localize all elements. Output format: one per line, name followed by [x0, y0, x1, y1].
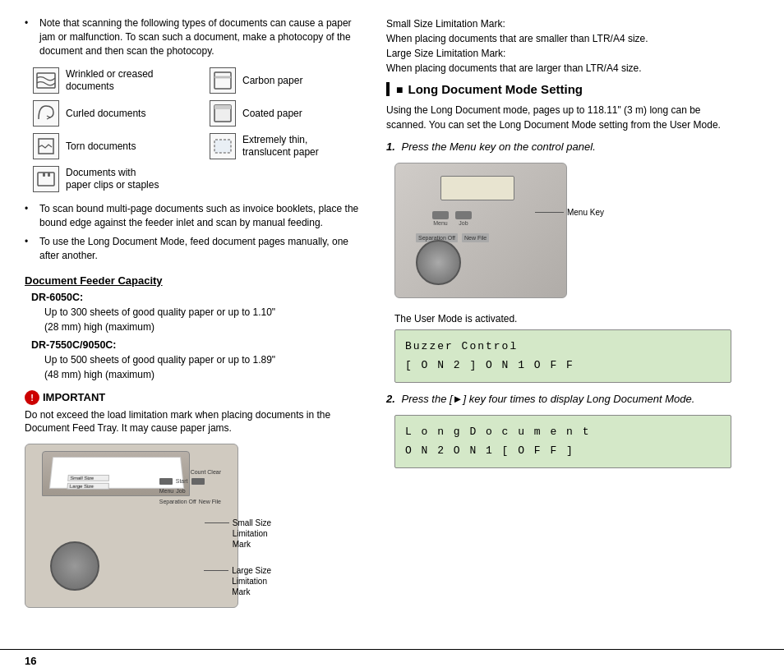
carbon-icon — [210, 67, 236, 94]
menu-btn-label: Menu — [432, 220, 449, 226]
doc-icon-curled: Curled documents — [33, 100, 193, 127]
large-size-mark-label: Large Size Limitation Mark — [204, 565, 271, 597]
job-btn — [455, 211, 472, 219]
carbon-label: Carbon paper — [242, 75, 302, 88]
start-button — [50, 541, 99, 591]
large-limitation-header: Large Size Limitation Mark: — [386, 46, 740, 61]
panel-round-btn — [416, 240, 461, 285]
doc-icon-staples: Documents withpaper clips or staples — [33, 166, 193, 192]
scanner-image-container: Small Size Large Size Count Clear Start — [25, 444, 271, 633]
btn2 — [191, 478, 205, 485]
limitation-text-block: Small Size Limitation Mark: When placing… — [386, 16, 740, 76]
separation-off-label: Separation Off — [159, 499, 196, 504]
step-2: 2. Press the [►] key four times to displ… — [386, 393, 740, 405]
user-mode-text: The User Mode is activated. — [394, 313, 731, 324]
svg-rect-7 — [43, 173, 45, 177]
menu-label: Menu — [159, 488, 174, 494]
bullet-intro-section: • Note that scanning the following types… — [25, 16, 370, 58]
lcd2-line2: O N 2 O N 1 [ O F F ] — [405, 441, 721, 460]
doc-icons-grid: Wrinkled or creaseddocuments Carbon pape… — [33, 67, 370, 192]
panel-btns-row2: Separation Off New File — [416, 233, 489, 242]
small-limitation-desc: When placing documents that are smaller … — [386, 31, 740, 46]
lcd-display-1: Buzzer Control [ O N 2 ] O N 1 O F F — [394, 329, 731, 383]
staples-icon — [33, 166, 59, 192]
new-file-label: New File — [199, 499, 221, 504]
doc-icon-wrinkled: Wrinkled or creaseddocuments — [33, 67, 193, 94]
staples-label: Documents withpaper clips or staples — [66, 167, 159, 192]
svg-rect-1 — [214, 72, 231, 89]
btn-row3: Separation Off New File — [159, 499, 221, 504]
bullet-dot: • — [25, 16, 36, 58]
bullets-bottom: • To scan bound multi-page documents suc… — [25, 202, 370, 262]
bullet-dot-2: • — [25, 202, 36, 230]
torn-icon — [33, 133, 59, 159]
doc-icon-thin: Extremely thin,translucent paper — [210, 133, 370, 159]
page-footer: 16 — [0, 649, 784, 672]
thin-icon — [210, 133, 236, 159]
btn-row2: Menu Job — [159, 488, 221, 494]
large-label-row: Large Size Limitation Mark — [204, 565, 271, 597]
small-size-mark-label: Small Size Limitation Mark — [205, 518, 271, 550]
curled-icon — [33, 100, 59, 127]
doc-feeder-section-header: Document Feeder Capacity — [25, 274, 370, 287]
btn1 — [159, 478, 173, 485]
menu-key-annotation: Menu Key — [535, 208, 604, 217]
step-1: 1. Press the Menu key on the control pan… — [386, 140, 740, 153]
lcd2-line1: L o n g D o c u m e n t — [405, 422, 721, 441]
panel-screen — [440, 176, 514, 200]
menu-btn — [432, 211, 449, 219]
thin-label: Extremely thin,translucent paper — [242, 134, 319, 159]
page: • Note that scanning the following types… — [0, 0, 784, 672]
job-btn-label: Job — [455, 220, 472, 226]
panel-btn-job: Job — [455, 211, 472, 226]
bullet-intro-text: Note that scanning the following types o… — [39, 16, 370, 58]
left-column: • Note that scanning the following types… — [25, 16, 370, 641]
svg-rect-2 — [214, 76, 231, 78]
wrinkled-label: Wrinkled or creaseddocuments — [66, 68, 154, 94]
bullet-dot-3: • — [25, 235, 36, 263]
important-label: ! IMPORTANT — [25, 390, 370, 405]
dr7550-text: Up to 500 sheets of good quality paper o… — [44, 352, 370, 382]
svg-rect-0 — [37, 73, 55, 88]
important-box: ! IMPORTANT Do not exceed the load limit… — [25, 390, 370, 436]
doc-icon-torn: Torn documents — [33, 133, 193, 159]
wrinkled-icon — [33, 67, 59, 94]
small-arrow-line — [205, 522, 229, 523]
dr6050-header: DR-6050C: — [31, 292, 370, 303]
control-panel-body: Menu Job Separation Off New File — [394, 163, 567, 298]
bullet3-text: To use the Long Document Mode, feed docu… — [39, 235, 370, 263]
curled-label: Curled documents — [66, 108, 145, 121]
long-doc-description: Using the Long Document mode, pages up t… — [386, 103, 740, 132]
job-label: Job — [176, 488, 185, 494]
panel-btns-area: Menu Job — [432, 211, 472, 226]
panel-btn-menu: Menu — [432, 211, 449, 226]
count-clear-label: Count Clear — [159, 469, 221, 475]
svg-rect-6 — [38, 173, 54, 186]
step1-number: 1. Press the Menu key on the control pan… — [386, 140, 740, 153]
menu-key-label: Menu Key — [567, 208, 604, 217]
svg-rect-5 — [214, 140, 231, 153]
lcd-display-2: L o n g D o c u m e n t O N 2 O N 1 [ O … — [394, 415, 731, 468]
content-area: • Note that scanning the following types… — [0, 0, 784, 649]
coated-label: Coated paper — [242, 108, 302, 121]
btn-row1: Start — [159, 478, 221, 485]
bullet-intro-item: • Note that scanning the following types… — [25, 16, 370, 58]
bullet2-text: To scan bound multi-page documents such … — [39, 202, 370, 230]
coated-icon — [210, 100, 236, 127]
important-text: Do not exceed the load limitation mark w… — [25, 408, 370, 436]
dr6050-text: Up to 300 sheets of good quality paper o… — [44, 305, 370, 334]
svg-rect-4 — [214, 105, 231, 109]
torn-label: Torn documents — [66, 140, 136, 154]
lcd1-line1: Buzzer Control — [405, 337, 721, 356]
large-limitation-desc: When placing documents that are larger t… — [386, 61, 740, 76]
small-mark: Small Size — [67, 475, 109, 481]
important-icon: ! — [25, 390, 39, 405]
btn1-label: Start — [176, 478, 188, 485]
svg-rect-8 — [48, 173, 50, 177]
black-square-icon: ■ — [396, 83, 403, 96]
small-limitation-header: Small Size Limitation Mark: — [386, 16, 740, 31]
step1-text: Press the Menu key on the control panel. — [401, 140, 595, 153]
page-number: 16 — [25, 655, 36, 667]
right-column: Small Size Limitation Mark: When placing… — [386, 16, 740, 641]
menu-key-line — [535, 212, 564, 213]
